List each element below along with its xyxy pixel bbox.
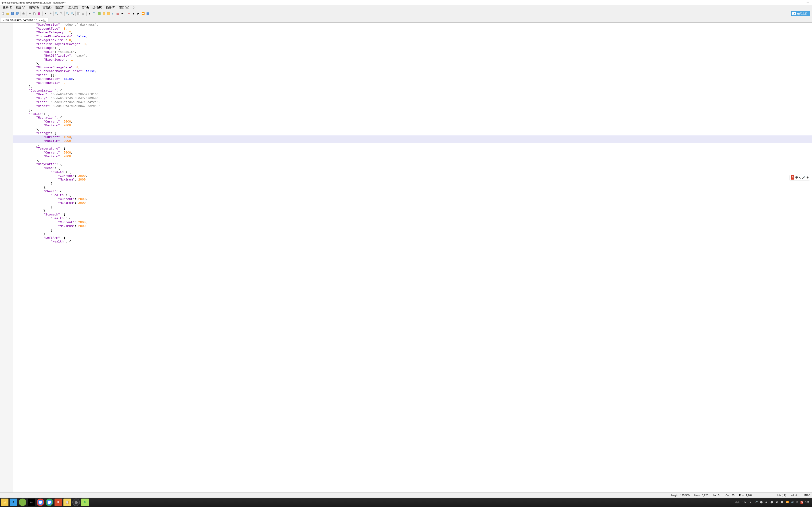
ime-punct[interactable]: •, (799, 176, 801, 179)
code-line[interactable]: "lockedMoveCommands": false, (13, 35, 812, 39)
zoom-in-icon[interactable]: 🔍 (65, 11, 70, 16)
tray-lang[interactable]: 中 (796, 501, 799, 504)
code-line[interactable]: }, (13, 209, 812, 213)
code-line[interactable]: }, (13, 108, 812, 112)
code-line[interactable]: "Health": { (13, 193, 812, 198)
obs-icon[interactable]: ⬤ (72, 499, 80, 506)
code-line[interactable]: "Current": 2000, (13, 151, 812, 155)
code-line[interactable]: "Maximum": 2000 (13, 201, 812, 205)
tray-app-icon[interactable]: ⬤ (781, 501, 784, 504)
code-line[interactable]: "AccountType": 0, (13, 27, 812, 31)
code-line[interactable]: "Settings": { (13, 46, 812, 50)
user-lang-icon[interactable] (97, 11, 101, 16)
code-line[interactable]: "Maximum": 2000 (13, 124, 812, 128)
tray-app-icon[interactable]: ◆ (765, 501, 768, 504)
redo-icon[interactable]: ↷ (48, 11, 52, 16)
menu-encoding[interactable]: 编码(N) (27, 5, 41, 10)
code-line[interactable]: }, (13, 62, 812, 66)
tray-app-icon[interactable]: ⬤ (760, 501, 763, 504)
code-line[interactable]: }, (13, 186, 812, 190)
code-line[interactable]: "Stomach": { (13, 213, 812, 217)
code-line[interactable]: "Energy": { (13, 131, 812, 135)
mic-icon[interactable]: 🎤 (802, 176, 805, 179)
menu-help[interactable]: ? (131, 6, 137, 10)
code-line[interactable]: "Maximum": 2000 (13, 155, 812, 159)
tray-app-icon[interactable]: ▶ (745, 501, 748, 504)
code-line[interactable]: "SavageLockTime": 0, (13, 39, 812, 43)
menu-view[interactable]: 视图(V) (14, 5, 27, 10)
code-line[interactable]: "Temperature": { (13, 147, 812, 151)
notepadpp-icon[interactable]: N (81, 499, 89, 506)
tray-wifi-icon[interactable]: 📶 (786, 501, 789, 504)
code-line[interactable]: }, (13, 159, 812, 163)
record-icon[interactable]: ● (127, 11, 131, 16)
code-line[interactable]: "Maximum": 2000 (13, 224, 812, 228)
menu-settings[interactable]: 设置(T) (53, 5, 66, 10)
indent-guide-icon[interactable] (92, 11, 97, 16)
code-line[interactable]: "Hands": "5cde95fa7d6c8b04737c2d13" (13, 105, 812, 108)
undo-icon[interactable]: ↶ (44, 11, 48, 16)
code-line[interactable]: "Current": 2000, (13, 174, 812, 178)
code-line[interactable]: "Customization": { (13, 89, 812, 93)
code-editor[interactable]: "GameVersion": "edge_of_darkness", "Acco… (13, 22, 812, 493)
chrome-icon[interactable] (46, 499, 53, 506)
code-line[interactable]: "Maximum": 2000 (13, 178, 812, 182)
tray-desktop[interactable]: 桌面 (735, 501, 740, 504)
save-all-icon[interactable] (15, 11, 19, 16)
menu-run[interactable]: 运行(R) (91, 5, 104, 10)
tray-clock[interactable]: 202 (805, 501, 809, 504)
code-line[interactable]: }, (13, 128, 812, 132)
doc-list-icon[interactable] (106, 11, 111, 16)
new-file-icon[interactable] (1, 11, 5, 16)
code-line[interactable]: "LastTimePlayedAsSavage": 0, (13, 43, 812, 47)
stop-icon[interactable]: ■ (132, 11, 136, 16)
powerpoint-icon[interactable]: P (54, 499, 62, 506)
minimize-button[interactable]: ─ (804, 0, 812, 5)
sogou-tray-icon[interactable]: S (801, 501, 804, 504)
copy-icon[interactable] (33, 11, 37, 16)
close-icon[interactable]: × (44, 19, 46, 21)
print-icon[interactable] (21, 11, 26, 16)
fliggy-icon[interactable]: ✈ (10, 499, 17, 506)
tray-volume-icon[interactable]: 🔊 (791, 501, 794, 504)
show-chars-icon[interactable]: ¶ (88, 11, 92, 16)
tray-app-icon[interactable]: 🎤 (755, 501, 758, 504)
menu-tools[interactable]: 工具(O) (66, 5, 80, 10)
paste-icon[interactable] (37, 11, 41, 16)
file-tab[interactable]: e196c33e6b869c5469766c15.json × (1, 18, 48, 22)
code-line[interactable]: "LeftArm": { (13, 236, 812, 240)
file-explorer-icon[interactable]: 📁 (1, 499, 8, 506)
tray-app-icon[interactable]: ● (750, 501, 753, 504)
code-line[interactable]: "BodyParts": { (13, 162, 812, 166)
code-line[interactable]: "Body": "5cde95d97d6c8b647a3769b0", (13, 97, 812, 101)
menu-window[interactable]: 窗口(W) (117, 5, 131, 10)
menu-plugins[interactable]: 插件(P) (104, 5, 117, 10)
code-line[interactable]: "Chest": { (13, 190, 812, 194)
code-line[interactable]: "Health": { (13, 240, 812, 244)
more-icon[interactable]: ⊕ (806, 176, 809, 179)
code-line[interactable]: "Maximum": 2000 (13, 139, 812, 143)
code-line[interactable]: "BannedState": false, (13, 77, 812, 81)
code-line[interactable]: "Head": { (13, 166, 812, 170)
code-line[interactable]: }, (13, 232, 812, 236)
code-line[interactable]: "Health": { (13, 170, 812, 174)
func-list-icon[interactable]: f (111, 11, 115, 16)
code-line[interactable]: "BotDifficulty": "easy", (13, 54, 812, 58)
code-line[interactable]: "Hydration": { (13, 116, 812, 120)
code-line[interactable]: } (13, 205, 812, 209)
code-line[interactable]: "NicknameChangeDate": 0, (13, 66, 812, 70)
code-line[interactable]: "Feet": "5cde95ef7d6c8b04713c4f2d", (13, 101, 812, 105)
cut-icon[interactable]: ✂ (28, 11, 32, 16)
sync-scroll-icon[interactable] (77, 11, 81, 16)
upload-button[interactable]: ☁ 拍照上传 (791, 11, 810, 16)
doc-map-icon[interactable] (102, 11, 106, 16)
code-line[interactable]: } (13, 182, 812, 186)
menu-language[interactable]: 语言(L) (41, 5, 54, 10)
menu-macro[interactable]: 宏(M) (80, 5, 91, 10)
code-line[interactable]: "Current": 2000, (13, 221, 812, 225)
capcut-icon[interactable]: ✂ (28, 499, 35, 506)
code-line[interactable]: }, (13, 143, 812, 147)
code-line[interactable]: "Current": 2000, (13, 120, 812, 124)
code-line[interactable]: } (13, 228, 812, 232)
play-icon[interactable]: ▶ (136, 11, 141, 16)
